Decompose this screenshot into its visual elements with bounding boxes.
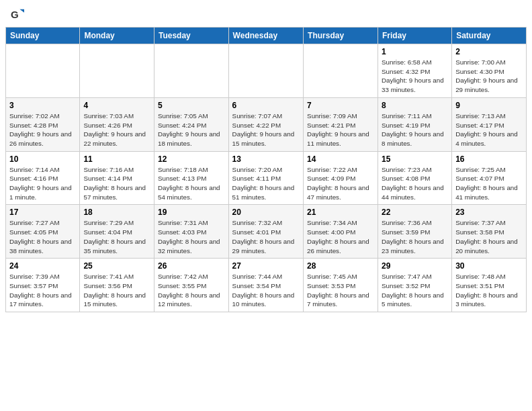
day-info: Sunrise: 7:11 AM Sunset: 4:19 PM Dayligh… — [382, 111, 448, 148]
calendar-week-4: 17Sunrise: 7:27 AM Sunset: 4:05 PM Dayli… — [6, 205, 527, 259]
calendar-cell: 10Sunrise: 7:14 AM Sunset: 4:16 PM Dayli… — [6, 151, 80, 205]
day-info: Sunrise: 7:00 AM Sunset: 4:30 PM Dayligh… — [455, 58, 523, 95]
day-info: Sunrise: 7:37 AM Sunset: 3:58 PM Dayligh… — [455, 218, 523, 255]
calendar-cell: 23Sunrise: 7:37 AM Sunset: 3:58 PM Dayli… — [452, 205, 527, 259]
day-number: 18 — [83, 208, 150, 217]
calendar-cell: 13Sunrise: 7:20 AM Sunset: 4:11 PM Dayli… — [228, 151, 303, 205]
day-info: Sunrise: 7:14 AM Sunset: 4:16 PM Dayligh… — [9, 165, 76, 202]
day-number: 22 — [382, 208, 448, 217]
calendar-cell: 30Sunrise: 7:48 AM Sunset: 3:51 PM Dayli… — [452, 259, 527, 312]
calendar-cell: 5Sunrise: 7:05 AM Sunset: 4:24 PM Daylig… — [154, 97, 228, 151]
calendar-cell: 24Sunrise: 7:39 AM Sunset: 3:57 PM Dayli… — [6, 259, 80, 312]
calendar-cell — [228, 44, 303, 98]
calendar-week-1: 1Sunrise: 6:58 AM Sunset: 4:32 PM Daylig… — [6, 44, 527, 98]
calendar-cell: 28Sunrise: 7:45 AM Sunset: 3:53 PM Dayli… — [304, 259, 378, 312]
day-info: Sunrise: 7:22 AM Sunset: 4:09 PM Dayligh… — [307, 165, 374, 202]
day-info: Sunrise: 7:23 AM Sunset: 4:08 PM Dayligh… — [382, 165, 448, 202]
calendar-week-2: 3Sunrise: 7:02 AM Sunset: 4:28 PM Daylig… — [6, 97, 527, 151]
day-info: Sunrise: 7:42 AM Sunset: 3:55 PM Dayligh… — [158, 272, 225, 309]
day-number: 21 — [307, 208, 374, 217]
calendar-header-friday: Friday — [378, 28, 452, 44]
day-info: Sunrise: 6:58 AM Sunset: 4:32 PM Dayligh… — [382, 58, 448, 95]
day-number: 15 — [382, 154, 448, 164]
day-info: Sunrise: 7:44 AM Sunset: 3:54 PM Dayligh… — [232, 272, 300, 309]
day-number: 29 — [382, 261, 448, 271]
day-number: 9 — [455, 101, 523, 110]
calendar-cell: 2Sunrise: 7:00 AM Sunset: 4:30 PM Daylig… — [452, 44, 527, 98]
day-number: 2 — [455, 47, 523, 56]
calendar-cell: 8Sunrise: 7:11 AM Sunset: 4:19 PM Daylig… — [378, 97, 452, 151]
day-info: Sunrise: 7:47 AM Sunset: 3:52 PM Dayligh… — [382, 272, 448, 309]
day-number: 23 — [455, 208, 523, 217]
day-info: Sunrise: 7:16 AM Sunset: 4:14 PM Dayligh… — [83, 165, 150, 202]
calendar-cell: 19Sunrise: 7:31 AM Sunset: 4:03 PM Dayli… — [154, 205, 228, 259]
logo: G — [11, 8, 27, 21]
day-number: 11 — [83, 154, 150, 164]
calendar-cell: 26Sunrise: 7:42 AM Sunset: 3:55 PM Dayli… — [154, 259, 228, 312]
calendar-cell: 9Sunrise: 7:13 AM Sunset: 4:17 PM Daylig… — [452, 97, 527, 151]
calendar-header-tuesday: Tuesday — [154, 28, 228, 44]
day-number: 3 — [9, 101, 76, 110]
day-number: 14 — [307, 154, 374, 164]
calendar-cell: 22Sunrise: 7:36 AM Sunset: 3:59 PM Dayli… — [378, 205, 452, 259]
day-info: Sunrise: 7:41 AM Sunset: 3:56 PM Dayligh… — [83, 272, 150, 309]
day-info: Sunrise: 7:31 AM Sunset: 4:03 PM Dayligh… — [158, 218, 225, 255]
day-info: Sunrise: 7:27 AM Sunset: 4:05 PM Dayligh… — [9, 218, 76, 255]
calendar-cell: 4Sunrise: 7:03 AM Sunset: 4:26 PM Daylig… — [80, 97, 154, 151]
day-info: Sunrise: 7:25 AM Sunset: 4:07 PM Dayligh… — [455, 165, 523, 202]
calendar-header-row: SundayMondayTuesdayWednesdayThursdayFrid… — [6, 28, 527, 44]
calendar-cell: 16Sunrise: 7:25 AM Sunset: 4:07 PM Dayli… — [452, 151, 527, 205]
calendar-header-wednesday: Wednesday — [228, 28, 303, 44]
calendar-header-saturday: Saturday — [452, 28, 527, 44]
day-info: Sunrise: 7:29 AM Sunset: 4:04 PM Dayligh… — [83, 218, 150, 255]
calendar-cell: 21Sunrise: 7:34 AM Sunset: 4:00 PM Dayli… — [304, 205, 378, 259]
calendar-week-3: 10Sunrise: 7:14 AM Sunset: 4:16 PM Dayli… — [6, 151, 527, 205]
calendar-cell: 7Sunrise: 7:09 AM Sunset: 4:21 PM Daylig… — [304, 97, 378, 151]
calendar-header-sunday: Sunday — [6, 28, 80, 44]
day-info: Sunrise: 7:07 AM Sunset: 4:22 PM Dayligh… — [232, 111, 300, 148]
day-info: Sunrise: 7:20 AM Sunset: 4:11 PM Dayligh… — [232, 165, 300, 202]
logo-icon: G — [11, 8, 24, 21]
day-number: 20 — [232, 208, 300, 217]
calendar-cell — [80, 44, 154, 98]
calendar-week-5: 24Sunrise: 7:39 AM Sunset: 3:57 PM Dayli… — [6, 259, 527, 312]
day-info: Sunrise: 7:48 AM Sunset: 3:51 PM Dayligh… — [455, 272, 523, 309]
calendar-cell: 18Sunrise: 7:29 AM Sunset: 4:04 PM Dayli… — [80, 205, 154, 259]
day-info: Sunrise: 7:45 AM Sunset: 3:53 PM Dayligh… — [307, 272, 374, 309]
day-number: 13 — [232, 154, 300, 164]
calendar-cell: 15Sunrise: 7:23 AM Sunset: 4:08 PM Dayli… — [378, 151, 452, 205]
day-number: 6 — [232, 101, 300, 110]
day-info: Sunrise: 7:13 AM Sunset: 4:17 PM Dayligh… — [455, 111, 523, 148]
calendar-cell: 17Sunrise: 7:27 AM Sunset: 4:05 PM Dayli… — [6, 205, 80, 259]
day-number: 27 — [232, 261, 300, 271]
calendar-cell: 12Sunrise: 7:18 AM Sunset: 4:13 PM Dayli… — [154, 151, 228, 205]
calendar-header-thursday: Thursday — [304, 28, 378, 44]
day-info: Sunrise: 7:39 AM Sunset: 3:57 PM Dayligh… — [9, 272, 76, 309]
day-number: 25 — [83, 261, 150, 271]
day-number: 10 — [9, 154, 76, 164]
calendar-cell: 11Sunrise: 7:16 AM Sunset: 4:14 PM Dayli… — [80, 151, 154, 205]
day-info: Sunrise: 7:18 AM Sunset: 4:13 PM Dayligh… — [158, 165, 225, 202]
day-number: 4 — [83, 101, 150, 110]
day-number: 16 — [455, 154, 523, 164]
calendar-cell: 20Sunrise: 7:32 AM Sunset: 4:01 PM Dayli… — [228, 205, 303, 259]
day-info: Sunrise: 7:03 AM Sunset: 4:26 PM Dayligh… — [83, 111, 150, 148]
day-number: 1 — [382, 47, 448, 56]
svg-text:G: G — [11, 9, 19, 20]
calendar-header-monday: Monday — [80, 28, 154, 44]
day-number: 17 — [9, 208, 76, 217]
calendar-cell — [6, 44, 80, 98]
day-info: Sunrise: 7:05 AM Sunset: 4:24 PM Dayligh… — [158, 111, 225, 148]
calendar-cell: 6Sunrise: 7:07 AM Sunset: 4:22 PM Daylig… — [228, 97, 303, 151]
day-number: 19 — [158, 208, 225, 217]
calendar-cell: 29Sunrise: 7:47 AM Sunset: 3:52 PM Dayli… — [378, 259, 452, 312]
header: G — [0, 0, 532, 27]
day-number: 5 — [158, 101, 225, 110]
calendar-cell — [304, 44, 378, 98]
day-info: Sunrise: 7:02 AM Sunset: 4:28 PM Dayligh… — [9, 111, 76, 148]
day-number: 30 — [455, 261, 523, 271]
calendar-table: SundayMondayTuesdayWednesdayThursdayFrid… — [5, 27, 527, 312]
calendar-cell: 27Sunrise: 7:44 AM Sunset: 3:54 PM Dayli… — [228, 259, 303, 312]
day-number: 7 — [307, 101, 374, 110]
calendar-cell — [154, 44, 228, 98]
